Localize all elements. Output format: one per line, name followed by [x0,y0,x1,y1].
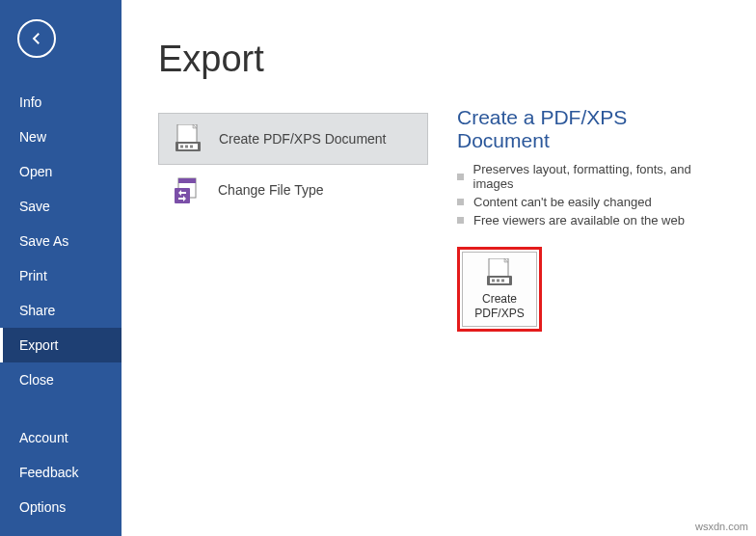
svg-rect-4 [185,146,188,148]
file-type-icon [174,176,201,203]
create-pdf-xps-button[interactable]: Create PDF/XPS [462,252,537,327]
bullet-item: Content can't be easily changed [457,193,719,211]
svg-rect-14 [501,280,504,282]
nav-feedback[interactable]: Feedback [0,455,122,490]
backstage-sidebar: Info New Open Save Save As Print Share E… [0,0,122,536]
page-title: Export [158,39,428,80]
nav-label: Export [19,337,58,353]
nav-options[interactable]: Options [0,490,122,524]
bullet-item: Preserves layout, formatting, fonts, and… [457,160,719,193]
svg-rect-7 [178,178,196,183]
nav-save[interactable]: Save [0,189,122,224]
nav-label: Info [19,94,41,110]
option-change-file-type[interactable]: Change File Type [158,165,428,215]
watermark: wsxdn.com [695,521,748,532]
nav-label: Account [19,430,68,445]
nav-label: Save [19,199,50,214]
svg-rect-12 [492,280,495,282]
bullet-item: Free viewers are available on the web [457,211,719,229]
nav-open[interactable]: Open [0,154,122,189]
svg-rect-13 [497,280,500,282]
back-button[interactable] [17,19,56,58]
nav-label: Close [19,372,54,388]
create-button-highlight: Create PDF/XPS [457,247,542,332]
nav-save-as[interactable]: Save As [0,224,122,258]
nav-info[interactable]: Info [0,85,122,120]
nav-print[interactable]: Print [0,258,122,293]
export-detail-column: Create a PDF/XPS Document Preserves layo… [457,39,719,517]
back-arrow-icon [28,30,45,47]
detail-bullets: Preserves layout, formatting, fonts, and… [457,160,719,229]
nav-label: Open [19,164,52,179]
pdf-doc-icon [175,125,202,152]
nav-label: Feedback [19,465,78,480]
nav-label: Print [19,268,47,283]
nav-label: New [19,129,46,145]
nav-label: Save As [19,233,68,249]
nav-export[interactable]: Export [0,328,122,362]
nav-share[interactable]: Share [0,293,122,328]
nav-new[interactable]: New [0,120,122,154]
nav-label: Share [19,303,55,318]
pdf-doc-icon [487,258,512,287]
detail-title: Create a PDF/XPS Document [457,106,719,152]
nav-close[interactable]: Close [0,362,122,397]
create-button-label: Create PDF/XPS [463,292,536,320]
svg-rect-5 [190,146,193,148]
svg-rect-8 [175,188,190,203]
export-left-column: Export Create PDF/XPS Document Change Fi… [158,39,428,517]
nav-label: Options [19,499,66,515]
svg-rect-3 [180,146,183,148]
option-label: Create PDF/XPS Document [219,131,387,147]
nav-account[interactable]: Account [0,420,122,455]
content-area: Export Create PDF/XPS Document Change Fi… [122,0,756,536]
option-create-pdf-xps[interactable]: Create PDF/XPS Document [158,113,428,165]
option-label: Change File Type [218,182,323,198]
